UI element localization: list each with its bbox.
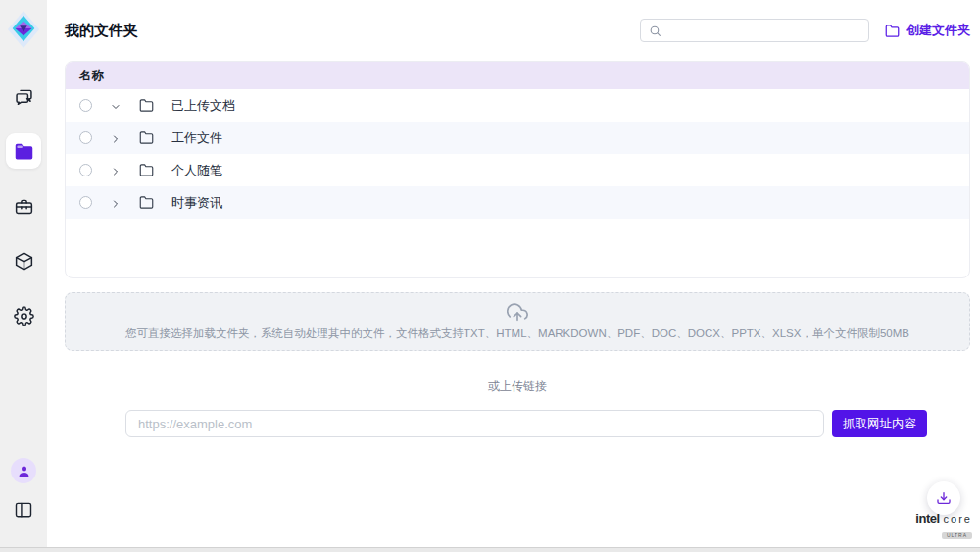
sidebar-item-models[interactable] [6,243,41,278]
gear-icon [14,306,34,326]
sidebar-item-settings[interactable] [6,298,41,333]
window-bottom-edge [0,547,980,552]
sidebar-item-folders[interactable] [6,133,41,169]
sidebar-bottom [6,458,41,527]
app-logo-gem-icon [5,8,42,51]
chat-icon [14,86,34,107]
table-row[interactable]: 时事资讯 [66,186,969,219]
column-header-name: 名称 [79,68,104,84]
page-title: 我的文件夹 [65,22,138,40]
chevron-icon[interactable] [110,132,122,144]
row-checkbox[interactable] [79,196,92,209]
upload-hint-text: 您可直接选择加载文件夹，系统自动处理其中的文件，文件格式支持TXT、HTML、M… [125,326,909,341]
search-input[interactable] [667,24,860,37]
chevron-icon[interactable] [110,197,122,209]
upload-link-divider-label: 或上传链接 [65,378,970,395]
user-icon [17,464,31,478]
main-content: 我的文件夹 创建文件夹 名称 已上传文档 [47,8,980,552]
table-header-row: 名称 [66,62,969,89]
folder-table: 名称 已上传文档 工作文件 [65,61,970,278]
download-fab-button[interactable] [927,481,960,515]
folder-icon [14,141,34,162]
url-input[interactable] [125,410,824,437]
search-box[interactable] [640,19,869,42]
search-icon [649,25,662,37]
folder-icon [139,130,154,145]
intel-ultra-badge: ultra [942,532,972,539]
sidebar-item-workspace[interactable] [6,188,41,224]
row-checkbox[interactable] [79,99,92,112]
folder-name: 个人随笔 [172,162,222,179]
create-folder-icon [885,24,900,38]
table-body: 已上传文档 工作文件 个人随笔 [66,89,969,219]
cube-icon [14,251,34,272]
panel-toggle-icon [14,500,33,520]
row-checkbox[interactable] [79,164,92,176]
create-folder-button[interactable]: 创建文件夹 [885,22,970,39]
user-avatar[interactable] [11,458,36,483]
table-row[interactable]: 工作文件 [66,122,969,154]
folder-name: 工作文件 [172,129,222,147]
intel-wordmark: intel [915,512,939,525]
chevron-icon[interactable] [110,165,122,176]
core-wordmark: core [944,514,972,525]
folder-name: 时事资讯 [172,194,222,212]
topbar: 我的文件夹 创建文件夹 [65,8,970,53]
row-checkbox[interactable] [79,131,92,144]
collapse-sidebar-button[interactable] [6,492,41,527]
chevron-icon[interactable] [110,100,122,112]
upload-dropzone[interactable]: 您可直接选择加载文件夹，系统自动处理其中的文件，文件格式支持TXT、HTML、M… [65,292,970,351]
briefcase-icon [14,196,34,217]
folder-icon [139,163,154,177]
download-icon [936,490,952,506]
url-upload-row: 抓取网址内容 [125,410,970,437]
fetch-url-button[interactable]: 抓取网址内容 [832,410,927,437]
folder-icon [139,98,154,113]
cloud-upload-icon [507,302,528,324]
sidebar-nav [6,78,41,333]
intel-core-logo: intel core ultra [915,512,972,540]
folder-icon [139,195,154,210]
create-folder-label: 创建文件夹 [906,22,970,39]
sidebar [0,0,47,547]
table-row[interactable]: 个人随笔 [66,154,969,186]
sidebar-item-chat[interactable] [6,78,41,114]
table-row[interactable]: 已上传文档 [66,89,969,122]
folder-name: 已上传文档 [172,97,235,115]
